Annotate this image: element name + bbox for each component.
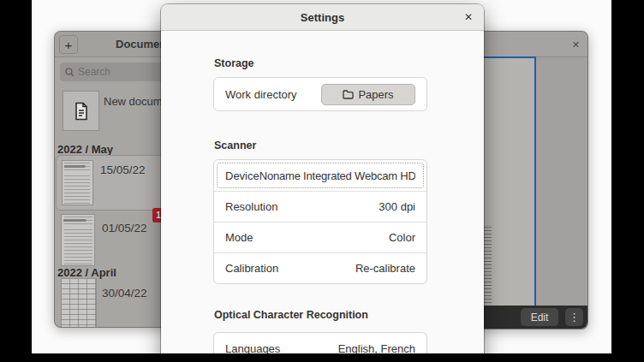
resolution-value: 300 dpi xyxy=(379,200,415,213)
document-thumbnail[interactable] xyxy=(61,214,95,266)
ocr-section-title: Optical Character Recognition xyxy=(214,309,368,321)
dialog-title: Settings xyxy=(161,4,484,31)
device-row[interactable]: Device Noname Integrated Webcam HD: Inte… xyxy=(214,160,426,191)
scanner-card: Device Noname Integrated Webcam HD: Inte… xyxy=(213,159,427,284)
screen: + Documents New document 2022 / May 15/0… xyxy=(0,0,644,362)
work-directory-label: Work directory xyxy=(225,88,297,101)
settings-dialog: Settings ✕ Storage Work directory Papers… xyxy=(161,4,484,353)
storage-card: Work directory Papers xyxy=(213,77,427,111)
section-header-may: 2022 / May xyxy=(57,143,113,156)
edit-button[interactable]: Edit xyxy=(521,308,558,326)
section-header-april: 2022 / April xyxy=(57,266,116,279)
close-icon[interactable]: ✕ xyxy=(464,4,473,31)
desktop: + Documents New document 2022 / May 15/0… xyxy=(32,0,611,353)
new-document-button[interactable]: + xyxy=(59,35,78,54)
calibration-row[interactable]: Calibration Re-calibrate xyxy=(214,252,426,283)
document-date: 01/05/22 xyxy=(102,222,147,234)
resolution-row[interactable]: Resolution 300 dpi xyxy=(214,191,426,222)
calibration-action: Re-calibrate xyxy=(355,262,415,275)
document-thumbnail xyxy=(62,160,93,205)
document-date: 15/05/22 xyxy=(100,163,146,176)
scanner-section-title: Scanner xyxy=(214,139,256,151)
document-icon xyxy=(74,102,89,121)
search-icon xyxy=(65,68,75,77)
folder-icon xyxy=(343,90,354,99)
storage-section-title: Storage xyxy=(214,57,254,69)
languages-row[interactable]: Languages English, French xyxy=(214,333,426,353)
close-icon[interactable]: ✕ xyxy=(572,32,580,57)
document-date: 30/04/22 xyxy=(102,287,147,300)
document-thumbnail[interactable] xyxy=(61,278,97,328)
work-directory-button[interactable]: Papers xyxy=(321,84,415,105)
work-directory-row: Work directory Papers xyxy=(214,78,426,110)
ocr-card: Languages English, French xyxy=(213,332,427,353)
languages-value: English, French xyxy=(338,342,415,354)
dialog-titlebar: Settings ✕ xyxy=(161,4,484,31)
mode-value: Color xyxy=(389,231,415,244)
menu-icon[interactable]: ⋮ xyxy=(565,308,583,326)
mode-row[interactable]: Mode Color xyxy=(214,222,426,252)
device-value: Noname Integrated Webcam HD: Integrate xyxy=(259,169,415,182)
new-document-thumbnail[interactable] xyxy=(63,91,99,131)
work-directory-value: Papers xyxy=(358,88,393,101)
